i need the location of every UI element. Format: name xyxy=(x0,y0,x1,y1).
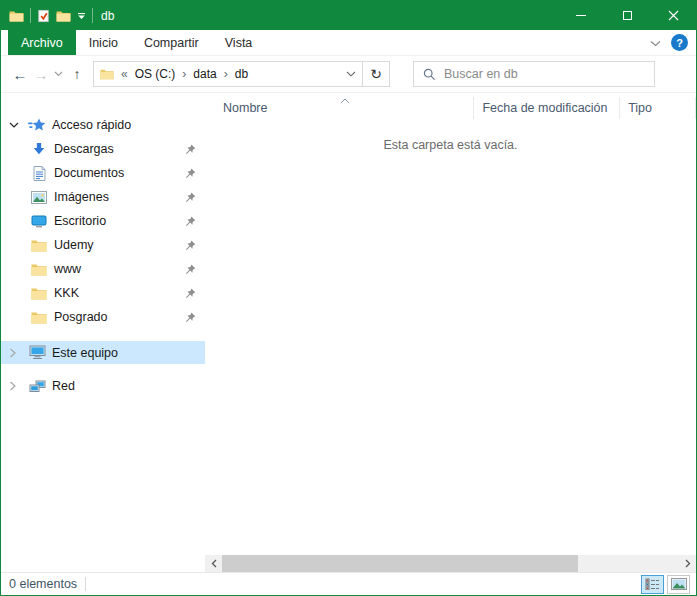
refresh-icon: ↻ xyxy=(370,66,382,82)
column-header-fecha[interactable]: Fecha de modificación xyxy=(474,97,620,119)
close-icon xyxy=(668,10,679,21)
file-list-pane: Nombre Fecha de modificación Tipo Esta c… xyxy=(205,93,696,572)
explorer-window: db Archivo Inicio Compartir Vista ? ← → … xyxy=(0,0,697,596)
sidebar-item-label: Descargas xyxy=(54,142,114,156)
folder-icon xyxy=(29,311,49,324)
expand-ribbon-chevron-icon[interactable] xyxy=(650,36,661,50)
breadcrumb-item-db[interactable]: db xyxy=(235,67,248,81)
status-separator xyxy=(85,577,86,591)
help-button[interactable]: ? xyxy=(671,34,688,51)
breadcrumb-item-drive[interactable]: OS (C:) xyxy=(135,67,176,81)
downloads-icon xyxy=(29,142,49,156)
sidebar-spacer xyxy=(1,364,205,374)
chevron-right-icon[interactable] xyxy=(9,348,21,358)
address-band: ← → ↑ « OS (C:) › data › db ↻ xyxy=(1,56,696,93)
folder-icon xyxy=(29,239,49,252)
breadcrumb-item-data[interactable]: data xyxy=(193,67,216,81)
column-header-tipo[interactable]: Tipo xyxy=(620,97,696,119)
sidebar-item-www[interactable]: www xyxy=(1,257,205,281)
address-bar-group: « OS (C:) › data › db ↻ xyxy=(93,61,390,87)
qat-customize-dropdown-icon[interactable] xyxy=(77,12,86,20)
sidebar-item-label: Posgrado xyxy=(54,310,108,324)
help-icon: ? xyxy=(676,37,683,49)
column-label: Fecha de modificación xyxy=(482,101,607,115)
address-dropdown-chevron-icon[interactable] xyxy=(346,71,356,77)
tab-label: Compartir xyxy=(144,36,199,50)
qat-separator xyxy=(92,8,93,23)
sidebar-item-escritorio[interactable]: Escritorio xyxy=(1,209,205,233)
minimize-button[interactable] xyxy=(558,1,604,30)
folder-icon[interactable] xyxy=(9,10,24,22)
sidebar-item-red[interactable]: Red xyxy=(1,374,205,398)
item-count: 0 elementos xyxy=(9,577,85,591)
up-button[interactable]: ↑ xyxy=(65,66,89,82)
chevron-down-icon[interactable] xyxy=(9,121,21,129)
column-label: Nombre xyxy=(223,101,267,115)
sidebar-item-este-equipo[interactable]: Este equipo xyxy=(1,341,205,364)
new-folder-icon[interactable] xyxy=(56,10,71,22)
thumbnails-view-button[interactable] xyxy=(667,575,690,594)
scrollbar-thumb[interactable] xyxy=(222,555,578,572)
chevron-right-icon[interactable] xyxy=(9,381,21,391)
search-box[interactable] xyxy=(413,61,655,87)
close-button[interactable] xyxy=(650,1,696,30)
tab-label: Inicio xyxy=(89,36,118,50)
tab-label: Vista xyxy=(225,36,253,50)
scroll-right-icon[interactable] xyxy=(679,555,696,572)
sidebar-item-descargas[interactable]: Descargas xyxy=(1,137,205,161)
network-icon xyxy=(27,380,47,393)
folder-icon xyxy=(29,287,49,300)
pin-icon xyxy=(185,216,196,227)
sidebar-item-label: www xyxy=(54,262,81,276)
desktop-icon xyxy=(29,215,49,228)
pin-icon xyxy=(185,144,196,155)
tab-vista[interactable]: Vista xyxy=(212,30,266,55)
pictures-icon xyxy=(29,191,49,204)
properties-check-icon[interactable] xyxy=(37,9,50,23)
ribbon-tab-bar: Archivo Inicio Compartir Vista ? xyxy=(1,30,696,56)
files-area[interactable]: Esta carpeta está vacía. xyxy=(205,122,696,555)
sidebar-spacer xyxy=(1,329,205,341)
breadcrumb-overflow[interactable]: « xyxy=(119,67,130,81)
pin-icon xyxy=(185,264,196,275)
view-toggles xyxy=(641,575,690,594)
folder-icon xyxy=(29,263,49,276)
minimize-icon xyxy=(576,15,586,16)
horizontal-scrollbar[interactable] xyxy=(205,555,696,572)
details-view-icon xyxy=(645,578,660,590)
tab-archivo[interactable]: Archivo xyxy=(8,30,76,55)
sidebar-item-label: Documentos xyxy=(54,166,124,180)
search-input[interactable] xyxy=(444,67,645,81)
pin-icon xyxy=(185,288,196,299)
sidebar-item-label: Red xyxy=(52,379,75,393)
sidebar-item-imagenes[interactable]: Imágenes xyxy=(1,185,205,209)
breadcrumb-separator[interactable]: › xyxy=(180,67,188,81)
quick-access-star-icon xyxy=(27,118,47,133)
tab-label: Archivo xyxy=(21,36,63,50)
tab-inicio[interactable]: Inicio xyxy=(76,30,131,55)
sidebar-item-label: Imágenes xyxy=(54,190,109,204)
recent-locations-chevron-icon[interactable] xyxy=(51,71,65,77)
back-button[interactable]: ← xyxy=(9,66,31,83)
maximize-button[interactable] xyxy=(604,1,650,30)
pin-icon xyxy=(185,192,196,203)
sidebar-item-posgrado[interactable]: Posgrado xyxy=(1,305,205,329)
breadcrumb-separator[interactable]: › xyxy=(222,67,230,81)
sidebar-item-udemy[interactable]: Udemy xyxy=(1,233,205,257)
search-icon xyxy=(423,68,436,81)
refresh-button[interactable]: ↻ xyxy=(363,61,390,87)
documents-icon xyxy=(29,166,49,181)
sidebar-item-quick-access[interactable]: Acceso rápido xyxy=(1,113,205,137)
sidebar-item-label: Escritorio xyxy=(54,214,106,228)
details-view-button[interactable] xyxy=(641,575,664,594)
sidebar-item-kkk[interactable]: KKK xyxy=(1,281,205,305)
folder-icon xyxy=(100,68,114,80)
sidebar-item-documentos[interactable]: Documentos xyxy=(1,161,205,185)
forward-button[interactable]: → xyxy=(31,66,51,83)
empty-folder-message: Esta carpeta está vacía. xyxy=(383,138,517,555)
address-bar[interactable]: « OS (C:) › data › db xyxy=(93,61,363,87)
scroll-left-icon[interactable] xyxy=(205,555,222,572)
qat-separator xyxy=(30,8,31,23)
tab-compartir[interactable]: Compartir xyxy=(131,30,212,55)
sort-ascending-icon[interactable] xyxy=(340,93,350,107)
